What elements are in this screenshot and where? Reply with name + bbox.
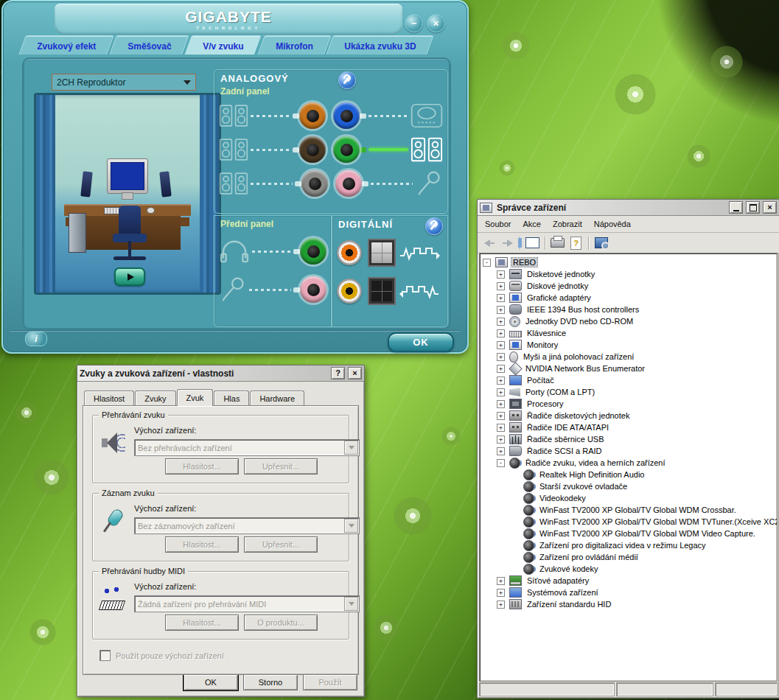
expand-toggle[interactable]: +: [497, 589, 505, 597]
tree-item-label[interactable]: Klávesnice: [525, 329, 567, 337]
tree-item[interactable]: + Disketové jednotky: [483, 268, 777, 280]
volume-button[interactable]: Hlasitost...: [165, 458, 239, 475]
expand-toggle[interactable]: +: [497, 329, 505, 337]
tree-item[interactable]: + Systémová zařízení: [483, 587, 777, 598]
tree-item[interactable]: + Řadiče disketových jednotek: [483, 410, 777, 421]
tree-item-label[interactable]: Procesory: [525, 399, 565, 408]
expand-toggle[interactable]: +: [497, 282, 505, 290]
tree-item[interactable]: WinFast TV2000 XP Global/TV Global WDM T…: [483, 516, 777, 528]
expand-toggle[interactable]: +: [497, 294, 505, 302]
forward-button[interactable]: [499, 235, 516, 251]
expand-toggle[interactable]: +: [497, 601, 505, 609]
menu-item[interactable]: Nápověda: [588, 217, 637, 231]
info-button[interactable]: i: [25, 332, 47, 346]
volume-button[interactable]: Hlasitost...: [165, 615, 239, 631]
tree-item[interactable]: + Řadiče IDE ATA/ATAPI: [483, 421, 777, 433]
tree-item[interactable]: Realtek High Definition Audio: [483, 469, 777, 480]
tree-item[interactable]: + Procesory: [483, 398, 777, 410]
close-button[interactable]: ×: [427, 14, 445, 32]
tree-item-label[interactable]: Řadiče disketových jednotek: [525, 411, 631, 420]
tree-item-label[interactable]: Zvukové kodeky: [538, 564, 599, 573]
scan-hardware-button[interactable]: [593, 235, 609, 251]
tree-item-label[interactable]: Videokodeky: [538, 494, 587, 503]
tree-item[interactable]: Videokodeky: [483, 492, 777, 504]
back-button[interactable]: [481, 235, 497, 251]
expand-toggle[interactable]: +: [497, 377, 505, 385]
tree-item-label[interactable]: WinFast TV2000 XP Global/TV Global WDM V…: [538, 529, 757, 538]
expand-toggle[interactable]: +: [497, 447, 505, 455]
volume-button[interactable]: Hlasitost...: [165, 536, 239, 553]
dialog-tab[interactable]: Hlasitost: [84, 391, 134, 405]
gigabyte-tab[interactable]: Zvukový efekt: [18, 35, 114, 55]
close-button[interactable]: ×: [763, 201, 777, 214]
expand-toggle[interactable]: +: [497, 388, 505, 396]
advanced-button[interactable]: Upřesnit...: [244, 536, 318, 553]
help-button[interactable]: ?: [331, 367, 345, 379]
optical-out-port[interactable]: [368, 239, 396, 267]
tree-item-label[interactable]: Počítač: [525, 376, 556, 385]
help-button[interactable]: ?: [567, 235, 584, 251]
expand-toggle[interactable]: +: [497, 435, 505, 444]
play-sound-button[interactable]: [114, 267, 145, 286]
tree-item-label[interactable]: Zařízení pro ovládání médií: [538, 553, 640, 561]
expand-toggle[interactable]: +: [497, 365, 505, 373]
expand-toggle[interactable]: +: [497, 341, 505, 349]
close-button[interactable]: ×: [348, 367, 362, 379]
speaker-config-dropdown[interactable]: 2CH Reproduktor: [52, 74, 196, 91]
expand-toggle[interactable]: +: [497, 412, 505, 420]
digital-settings-wrench-icon[interactable]: [425, 217, 443, 235]
tree-item[interactable]: + Monitory: [483, 339, 777, 351]
dialog-tab[interactable]: Hardware: [250, 391, 304, 405]
gigabyte-tab[interactable]: V/v zvuku: [185, 35, 262, 55]
spdif-in-rca-jack[interactable]: [337, 279, 362, 304]
use-default-only-checkbox[interactable]: [99, 650, 111, 661]
tree-item[interactable]: + Zařízení standardu HID: [483, 598, 777, 610]
tree-item-label[interactable]: Řadiče zvuku, videa a herních zařízení: [524, 458, 667, 467]
spdif-out-rca-jack[interactable]: [337, 240, 362, 265]
tree-item[interactable]: + NVIDIA Network Bus Enumerator: [483, 363, 777, 374]
expand-toggle[interactable]: +: [497, 577, 505, 585]
default-device-combobox[interactable]: Bez přehrávacích zařízení: [134, 439, 360, 456]
show-console-tree-button[interactable]: [524, 235, 541, 251]
advanced-button[interactable]: Upřesnit...: [244, 458, 318, 475]
gigabyte-tab[interactable]: Mikrofon: [257, 35, 331, 55]
gigabyte-tab[interactable]: Směšovač: [109, 35, 189, 55]
front-green-headphone-jack[interactable]: [300, 238, 326, 265]
rear-black-jack[interactable]: [299, 136, 326, 163]
menu-item[interactable]: Akce: [517, 217, 546, 231]
advanced-button[interactable]: O produktu...: [244, 615, 318, 631]
tree-item[interactable]: WinFast TV2000 XP Global/TV Global WDM C…: [483, 504, 777, 516]
tree-item[interactable]: + Řadiče sběrnice USB: [483, 433, 777, 445]
tree-item[interactable]: - Řadiče zvuku, videa a herních zařízení: [483, 457, 777, 469]
rear-green-lineout-jack[interactable]: [333, 136, 360, 163]
tree-item-label[interactable]: Řadiče IDE ATA/ATAPI: [525, 423, 610, 432]
default-device-combobox[interactable]: Žádná zařízení pro přehrávání MIDI: [134, 595, 360, 612]
expand-toggle[interactable]: +: [497, 270, 505, 279]
tree-item[interactable]: + Síťové adapatéry: [483, 575, 777, 587]
tree-item-label[interactable]: Porty (COM a LPT): [524, 388, 596, 396]
ok-button[interactable]: OK: [388, 332, 454, 352]
maximize-button[interactable]: [746, 201, 760, 214]
tree-item[interactable]: - REBO: [483, 256, 777, 268]
cancel-button[interactable]: Storno: [243, 674, 298, 690]
tree-item[interactable]: + Porty (COM a LPT): [483, 386, 777, 398]
tree-item-label[interactable]: Grafické adaptéry: [525, 293, 593, 302]
tree-item-label[interactable]: Zařízení pro digitalizaci videa v režimu…: [538, 541, 708, 550]
tree-item[interactable]: + Grafické adaptéry: [483, 292, 777, 304]
default-device-combobox[interactable]: Bez záznamových zařízení: [134, 517, 360, 534]
combobox-dropdown-button[interactable]: [344, 597, 358, 611]
rear-gray-jack[interactable]: [301, 170, 328, 197]
tree-item-label[interactable]: NVIDIA Network Bus Enumerator: [524, 364, 646, 373]
tree-item[interactable]: + Myši a jiná polohovací zařízení: [483, 351, 777, 363]
tree-item-label[interactable]: Myši a jiná polohovací zařízení: [522, 352, 635, 361]
tree-item-label[interactable]: IEEE 1394 Bus host controllers: [525, 305, 640, 314]
tree-item-label[interactable]: Monitory: [525, 340, 559, 349]
apply-button[interactable]: Použít: [303, 674, 357, 690]
menu-item[interactable]: Soubor: [479, 217, 517, 231]
expand-toggle[interactable]: -: [497, 459, 505, 467]
tree-item-label[interactable]: WinFast TV2000 XP Global/TV Global WDM C…: [538, 505, 738, 514]
tree-item-label[interactable]: Řadiče sběrnice USB: [525, 435, 606, 444]
tree-item[interactable]: + Diskové jednotky: [483, 280, 777, 292]
tree-item-label[interactable]: Jednotky DVD nebo CD-ROM: [524, 317, 635, 326]
tree-item-label[interactable]: REBO: [511, 258, 537, 267]
